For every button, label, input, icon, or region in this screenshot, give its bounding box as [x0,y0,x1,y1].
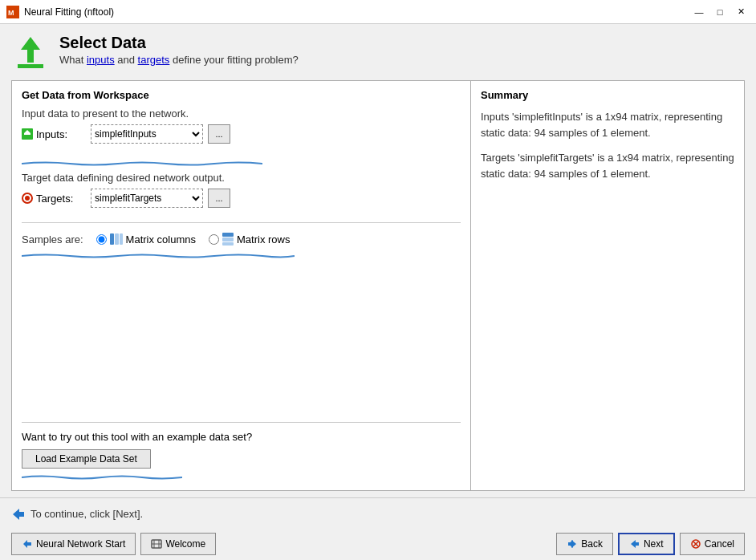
next-label: Next [644,538,664,550]
window-controls: — □ ✕ [690,5,750,19]
svg-rect-14 [222,237,234,241]
matrix-rows-label: Matrix rows [237,233,290,246]
panel-divider [22,222,461,223]
hint-arrow-icon [11,507,26,521]
svg-rect-13 [222,233,234,237]
welcome-icon [151,538,162,550]
inputs-label: Inputs: [36,128,67,140]
panels-container: Get Data from Workspace Input data to pr… [11,80,745,491]
load-btn-underline [22,470,461,482]
cancel-icon [690,538,701,550]
svg-rect-10 [110,233,114,245]
right-panel: Summary Inputs 'simplefitInputs' is a 1x… [471,81,744,490]
matrix-rows-icon [222,233,234,246]
bottom-hint: To continue, click [Next]. [30,508,745,520]
inputs-section: Input data to present to the network. In… [22,108,461,147]
page-title: Select Data [59,34,299,52]
targets-browse-button[interactable]: ... [208,189,230,208]
samples-wavy-line [22,254,295,258]
title-bar: M Neural Fitting (nftool) — □ ✕ [0,0,756,24]
svg-rect-15 [222,242,234,246]
svg-marker-3 [21,37,40,63]
minimize-button[interactable]: — [690,5,708,19]
cancel-button[interactable]: Cancel [680,533,745,555]
header-text: Select Data What inputs and targets defi… [59,34,299,66]
targets-label-group: Targets: [22,193,86,205]
left-panel-title: Get Data from Workspace [22,89,461,101]
matrix-columns-label: Matrix columns [126,233,196,246]
footer: Neural Network Start Welcome Back Next [0,530,756,560]
inputs-underline [22,156,461,168]
back-button[interactable]: Back [556,533,613,555]
svg-marker-16 [13,509,24,520]
subtitle-post: define your fitting problem? [169,54,298,66]
inputs-wavy-line [22,161,262,166]
samples-underline [22,249,461,261]
svg-rect-11 [115,233,119,245]
maximize-button[interactable]: □ [711,5,729,19]
samples-label: Samples are: [22,233,83,246]
inputs-description: Input data to present to the network. [22,108,461,120]
svg-marker-23 [568,540,573,548]
cancel-label: Cancel [705,538,734,550]
targets-summary: Targets 'simplefitTargets' is a 1x94 mat… [481,150,734,181]
targets-row: Targets: simplefitTargets ... [22,189,461,208]
svg-text:M: M [8,9,14,17]
footer-left-buttons: Neural Network Start Welcome [11,533,216,555]
targets-label: Targets: [36,193,73,205]
app-icon: M [6,6,19,18]
inputs-icon [22,128,33,140]
neural-network-start-icon [22,538,33,550]
subtitle-pre: What [59,54,87,66]
svg-marker-17 [23,540,31,548]
svg-marker-24 [631,540,639,548]
example-text: Want to try out this tool with an exampl… [22,431,461,443]
matrix-columns-option[interactable]: Matrix columns [96,233,196,246]
next-icon [629,538,640,550]
inputs-browse-button[interactable]: ... [208,124,230,144]
subtitle-mid: and [115,54,138,66]
targets-select[interactable]: simplefitTargets [91,189,203,208]
load-example-button[interactable]: Load Example Data Set [22,449,151,469]
back-label: Back [581,538,603,550]
matrix-columns-icon [110,233,123,245]
header-icon [11,34,50,72]
inputs-summary: Inputs 'simplefitInputs' is a 1x94 matri… [481,109,734,140]
matrix-rows-option[interactable]: Matrix rows [209,233,290,246]
header-section: Select Data What inputs and targets defi… [11,34,745,72]
neural-network-start-button[interactable]: Neural Network Start [11,533,136,555]
footer-right-buttons: Back Next Cancel [556,533,745,555]
svg-rect-6 [24,133,30,135]
svg-rect-12 [120,233,123,245]
example-section: Want to try out this tool with an exampl… [22,422,461,482]
welcome-label: Welcome [165,538,205,550]
svg-rect-4 [18,64,43,68]
welcome-button[interactable]: Welcome [140,533,216,555]
page-subtitle: What inputs and targets define your fitt… [59,54,299,66]
bottom-bar: To continue, click [Next]. [0,497,756,530]
summary-title: Summary [481,89,734,101]
back-icon [567,538,578,550]
next-button[interactable]: Next [618,533,675,555]
close-button[interactable]: ✕ [732,5,750,19]
load-btn-wavy-line [22,475,182,480]
samples-row: Samples are: Matrix columns [22,233,461,246]
neural-network-start-label: Neural Network Start [36,538,125,550]
inputs-select[interactable]: simplefitInputs [91,124,203,144]
inputs-link[interactable]: inputs [87,54,115,66]
inputs-label-group: Inputs: [22,128,86,140]
window-title: Neural Fitting (nftool) [24,6,690,18]
left-panel: Get Data from Workspace Input data to pr… [12,81,471,490]
matrix-rows-radio[interactable] [209,234,219,245]
targets-section: Target data defining desired network out… [22,172,461,211]
targets-icon [22,193,33,204]
targets-link[interactable]: targets [138,54,170,66]
main-content: Select Data What inputs and targets defi… [0,24,756,497]
targets-description: Target data defining desired network out… [22,172,461,184]
svg-point-9 [25,196,30,201]
inputs-row: Inputs: simplefitInputs ... [22,124,461,144]
matrix-columns-radio[interactable] [96,234,107,245]
